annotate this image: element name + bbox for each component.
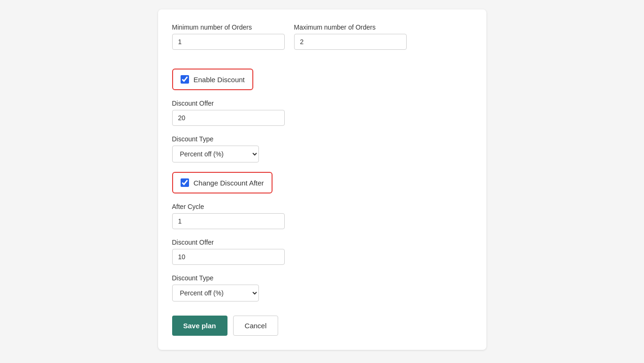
after-cycle-input[interactable] <box>172 213 285 229</box>
min-orders-label: Minimum number of Orders <box>172 23 285 31</box>
after-cycle-label: After Cycle <box>172 203 472 210</box>
save-plan-button[interactable]: Save plan <box>172 316 227 336</box>
discount-type-label-2: Discount Type <box>172 274 472 282</box>
change-discount-after-label: Change Discount After <box>194 179 264 187</box>
discount-type-select-2[interactable]: Percent off (%) Fixed amount off Free sh… <box>172 285 259 301</box>
min-orders-field: Minimum number of Orders <box>172 23 285 50</box>
after-cycle-field: After Cycle <box>172 203 472 229</box>
discount-type-field-1: Discount Type Percent off (%) Fixed amou… <box>172 135 472 162</box>
discount-offer-input-1[interactable] <box>172 110 285 126</box>
enable-discount-wrapper[interactable]: Enable Discount <box>172 69 253 90</box>
max-orders-label: Maximum number of Orders <box>294 23 407 31</box>
discount-offer-label-1: Discount Offer <box>172 100 472 107</box>
max-orders-input[interactable] <box>294 34 407 50</box>
max-orders-field: Maximum number of Orders <box>294 23 407 50</box>
bottom-bar: Save plan Cancel <box>172 316 472 336</box>
discount-offer-field-1: Discount Offer <box>172 100 472 126</box>
cancel-button[interactable]: Cancel <box>233 316 279 336</box>
discount-type-select-1[interactable]: Percent off (%) Fixed amount off Free sh… <box>172 146 259 162</box>
discount-type-label-1: Discount Type <box>172 135 472 143</box>
discount-offer-label-2: Discount Offer <box>172 239 472 246</box>
discount-offer-field-2: Discount Offer <box>172 239 472 265</box>
main-card: Minimum number of Orders Maximum number … <box>158 9 486 350</box>
enable-discount-label: Enable Discount <box>194 76 245 84</box>
change-discount-after-checkbox[interactable] <box>181 178 189 187</box>
orders-row: Minimum number of Orders Maximum number … <box>172 23 472 59</box>
discount-type-field-2: Discount Type Percent off (%) Fixed amou… <box>172 274 472 301</box>
change-discount-after-wrapper[interactable]: Change Discount After <box>172 172 273 193</box>
min-orders-input[interactable] <box>172 34 285 50</box>
enable-discount-checkbox[interactable] <box>181 75 189 84</box>
discount-offer-input-2[interactable] <box>172 249 285 265</box>
